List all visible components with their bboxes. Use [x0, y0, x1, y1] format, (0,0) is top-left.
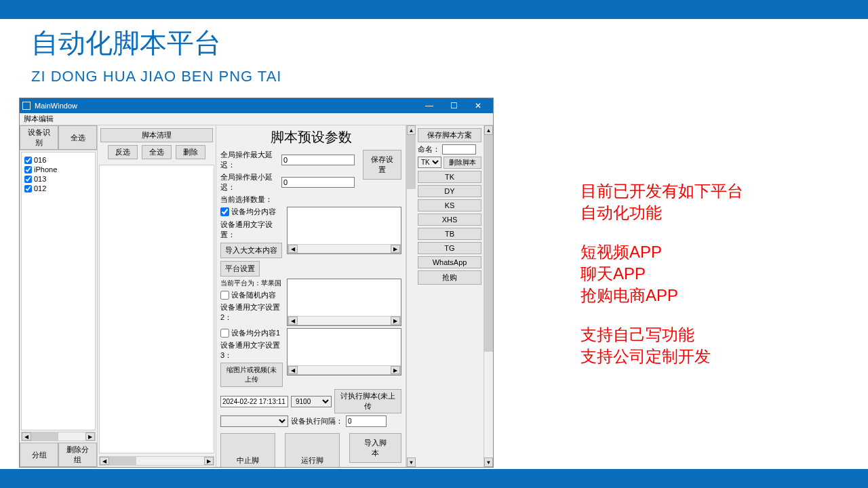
common-text2-label: 设备通用文字设置2：	[220, 302, 283, 323]
device-interval-label: 设备执行间隔：	[291, 416, 343, 426]
device-interval-input[interactable]	[346, 415, 387, 427]
current-platform-label: 当前平台为：苹果国	[220, 279, 283, 288]
platform-settings-button[interactable]: 平台设置	[220, 261, 260, 277]
device-select-all-button[interactable]: 全选	[58, 125, 97, 150]
device-item: iPhone	[24, 165, 92, 174]
import-text-button[interactable]: 导入大文本内容	[220, 243, 282, 258]
min-delay-input[interactable]	[281, 177, 355, 188]
page-subtitle: ZI DONG HUA JIAO BEN PNG TAI	[31, 68, 281, 85]
empty-select[interactable]	[220, 415, 288, 427]
platform-tb-button[interactable]: TB	[418, 228, 481, 240]
window-icon	[22, 102, 31, 110]
common-text-label: 设备通用文字设置：	[220, 220, 283, 240]
right-vscroll[interactable]: ▲▼	[484, 125, 493, 467]
scheme-select[interactable]: TK	[418, 157, 441, 168]
select-all-button[interactable]: 全选	[142, 145, 172, 159]
exec-script-button[interactable]: 讨执行脚本(未上传	[334, 389, 401, 413]
scroll-left-icon[interactable]: ◀	[100, 457, 109, 465]
close-button[interactable]: ✕	[466, 98, 490, 113]
port-select[interactable]: 9100	[291, 396, 332, 407]
maximize-button[interactable]: ☐	[441, 98, 466, 113]
common-text3-label: 设备通用文字设置3：	[220, 340, 283, 361]
scroll-up-icon[interactable]: ▲	[407, 125, 416, 135]
script-list[interactable]	[99, 165, 214, 453]
device-identify-button[interactable]: 设备识别	[20, 125, 58, 150]
minimize-button[interactable]: —	[417, 98, 441, 113]
max-delay-input[interactable]	[281, 155, 355, 165]
feature-list: 目前已开发有如下平台 自动化功能 短视频APP 聊天APP 抢购电商APP 支持…	[580, 180, 743, 367]
device-item: 016	[24, 155, 92, 165]
device-avg-checkbox[interactable]	[220, 207, 229, 216]
device-checkbox[interactable]	[24, 176, 32, 183]
stop-script-button[interactable]: 中止脚本	[220, 433, 275, 467]
scroll-left-icon[interactable]: ◀	[22, 432, 31, 441]
preset-params-title: 脚本预设参数	[220, 128, 401, 146]
script-list-panel: 脚本清理 反选 全选 删除 ◀▶	[98, 125, 216, 467]
page-title: 自动化脚本平台	[31, 24, 221, 62]
import-script-button[interactable]: 导入脚本	[349, 433, 401, 463]
main-window: MainWindow — ☐ ✕ 脚本编辑 设备识别 全选 016 iPhone…	[19, 98, 494, 468]
device-avg1-checkbox[interactable]	[220, 329, 229, 338]
datetime-input[interactable]	[220, 396, 288, 407]
delete-scheme-button[interactable]: 删除脚本	[443, 157, 481, 169]
random-content-checkbox[interactable]	[220, 291, 229, 300]
script-clean-header[interactable]: 脚本清理	[100, 128, 213, 142]
script-hscroll[interactable]: ◀▶	[99, 456, 214, 466]
scroll-down-icon[interactable]: ▼	[407, 458, 416, 467]
device-item: 012	[24, 184, 92, 193]
run-script-button[interactable]: 运行脚本	[285, 433, 340, 467]
device-list[interactable]: 016 iPhone 013 012	[21, 152, 96, 430]
platform-whatsapp-button[interactable]: WhatsApp	[418, 256, 481, 268]
window-title-bar[interactable]: MainWindow — ☐ ✕	[20, 98, 493, 113]
common-text-area[interactable]: ◀▶	[287, 207, 401, 254]
delete-button[interactable]: 删除	[176, 145, 205, 159]
platform-ks-button[interactable]: KS	[418, 199, 481, 211]
scroll-up-icon[interactable]: ▲	[484, 125, 493, 135]
platform-dy-button[interactable]: DY	[418, 185, 481, 197]
menu-bar: 脚本编辑	[20, 113, 493, 125]
save-settings-button[interactable]: 保存设置	[363, 150, 401, 180]
device-hscroll[interactable]: ◀▶	[21, 432, 96, 441]
min-delay-label: 全局操作最小延迟：	[220, 172, 279, 192]
group-button[interactable]: 分组	[20, 443, 58, 467]
device-checkbox[interactable]	[24, 185, 32, 192]
platform-buy-button[interactable]: 抢购	[418, 270, 481, 285]
device-panel: 设备识别 全选 016 iPhone 013 012 ◀▶ 分组 删除分组	[20, 125, 98, 467]
scroll-down-icon[interactable]: ▼	[484, 458, 493, 467]
platform-tk-button[interactable]: TK	[418, 171, 481, 183]
common-text3-area[interactable]: ◀▶	[287, 328, 401, 375]
preset-params-panel: 脚本预设参数 全局操作最大延迟： 全局操作最小延迟： 保存设置 当前选择数量： …	[216, 125, 406, 467]
scheme-panel: 保存脚本方案 命名： TK 删除脚本 TK DY KS XHS TB TG Wh…	[416, 125, 484, 467]
platform-tg-button[interactable]: TG	[418, 242, 481, 254]
save-scheme-button[interactable]: 保存脚本方案	[418, 128, 481, 142]
device-checkbox[interactable]	[24, 157, 32, 164]
center-vscroll[interactable]: ▲▼	[406, 125, 416, 467]
select-count-label: 当前选择数量：	[220, 195, 401, 205]
menu-script-edit[interactable]: 脚本编辑	[24, 115, 54, 123]
platform-xhs-button[interactable]: XHS	[418, 214, 481, 226]
scheme-name-input[interactable]	[442, 144, 476, 155]
scroll-right-icon[interactable]: ▶	[204, 457, 214, 465]
invert-select-button[interactable]: 反选	[108, 145, 138, 159]
max-delay-label: 全局操作最大延迟：	[220, 150, 279, 170]
scroll-right-icon[interactable]: ▶	[85, 432, 95, 441]
page-bottom-bar	[0, 469, 868, 488]
delete-group-button[interactable]: 删除分组	[58, 443, 97, 467]
device-checkbox[interactable]	[24, 166, 32, 174]
common-text2-area[interactable]: ◀▶	[287, 279, 401, 326]
scheme-name-label: 命名：	[418, 144, 440, 155]
page-top-bar	[0, 0, 868, 19]
device-item: 013	[24, 174, 92, 184]
window-title: MainWindow	[35, 102, 417, 110]
media-upload-button[interactable]: 缩图片或视频(未上传	[220, 363, 283, 387]
